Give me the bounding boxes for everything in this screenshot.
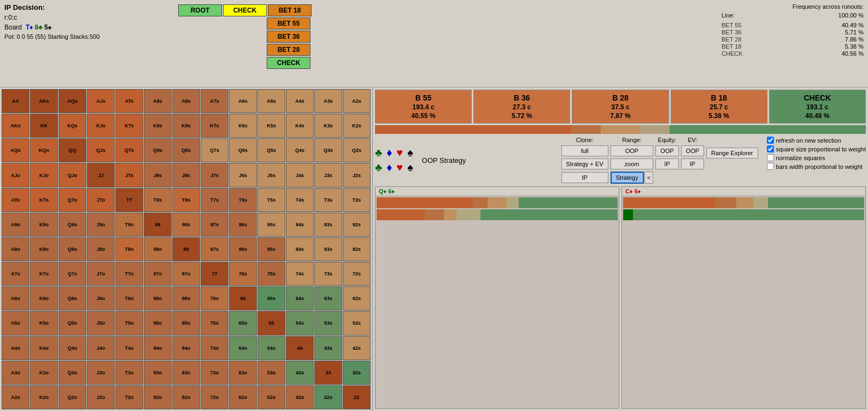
matrix-cell[interactable]: T9s — [144, 188, 172, 212]
matrix-cell[interactable]: 86s — [229, 237, 257, 261]
bet18-button[interactable]: BET 18 — [268, 4, 312, 16]
matrix-cell[interactable]: 52s — [343, 311, 371, 335]
matrix-cell[interactable]: KJo — [30, 163, 58, 187]
matrix-cell[interactable]: ATo — [2, 188, 30, 212]
matrix-cell[interactable]: 93o — [144, 361, 172, 385]
strategy-ev-button[interactable]: Strategy + EV — [561, 158, 608, 169]
matrix-cell[interactable]: A2o — [2, 385, 30, 409]
matrix-cell[interactable]: J6s — [229, 163, 257, 187]
matrix-cell[interactable]: 77 — [201, 262, 228, 286]
zoom-button[interactable]: zoom — [611, 158, 653, 169]
matrix-cell[interactable]: 96o — [144, 286, 172, 310]
check-button-bot[interactable]: CHECK — [267, 57, 310, 69]
ip-equity-button[interactable]: IP — [681, 158, 704, 169]
matrix-cell[interactable]: A7s — [201, 89, 228, 113]
matrix-cell[interactable]: K7s — [201, 114, 228, 138]
ip-range-button[interactable]: IP — [655, 158, 678, 169]
matrix-cell[interactable]: 88 — [172, 237, 200, 261]
checkbox-input[interactable] — [767, 137, 774, 144]
matrix-cell[interactable]: 22 — [343, 385, 371, 409]
oop-equity-button[interactable]: OOP — [655, 145, 678, 156]
matrix-cell[interactable]: 84s — [286, 237, 314, 261]
checkbox-input[interactable] — [767, 154, 774, 161]
matrix-cell[interactable]: 85s — [257, 237, 285, 261]
matrix-cell[interactable]: Q4s — [286, 138, 314, 162]
matrix-cell[interactable]: 65s — [257, 286, 285, 310]
matrix-cell[interactable]: T7s — [201, 188, 228, 212]
matrix-cell[interactable]: T3s — [314, 188, 342, 212]
matrix-cell[interactable]: 83o — [172, 361, 200, 385]
matrix-cell[interactable]: K9o — [30, 213, 58, 237]
club-icon-1[interactable]: ♣ — [375, 146, 382, 159]
matrix-cell[interactable]: 64s — [286, 286, 314, 310]
oop-range-button[interactable]: OOP — [611, 145, 653, 156]
matrix-cell[interactable]: T8o — [115, 237, 143, 261]
matrix-cell[interactable]: A3o — [2, 361, 30, 385]
matrix-cell[interactable]: 94s — [286, 213, 314, 237]
matrix-cell[interactable]: K8s — [172, 114, 200, 138]
matrix-cell[interactable]: Q9s — [144, 138, 172, 162]
matrix-cell[interactable]: 63o — [229, 361, 257, 385]
oop-ev-button[interactable]: OOP — [681, 145, 704, 156]
matrix-cell[interactable]: 32o — [314, 385, 342, 409]
matrix-cell[interactable]: 84o — [172, 336, 200, 360]
matrix-cell[interactable]: 62s — [343, 286, 371, 310]
matrix-cell[interactable]: A9o — [2, 213, 30, 237]
diamond-icon-2[interactable]: ♦ — [386, 161, 392, 174]
matrix-cell[interactable]: 76o — [201, 286, 228, 310]
matrix-cell[interactable]: T6o — [115, 286, 143, 310]
matrix-cell[interactable]: 75o — [201, 311, 228, 335]
matrix-cell[interactable]: 93s — [314, 213, 342, 237]
heart-icon-2[interactable]: ♥ — [396, 161, 403, 174]
matrix-cell[interactable]: 85o — [172, 311, 200, 335]
matrix-cell[interactable]: T9o — [115, 213, 143, 237]
matrix-cell[interactable]: 82o — [172, 385, 200, 409]
matrix-cell[interactable]: 95o — [144, 311, 172, 335]
matrix-cell[interactable]: AKo — [2, 114, 30, 138]
bet28-button[interactable]: BET 28 — [267, 44, 310, 56]
matrix-cell[interactable]: 74o — [201, 336, 228, 360]
matrix-cell[interactable]: 43o — [286, 361, 314, 385]
matrix-cell[interactable]: K4o — [30, 336, 58, 360]
bet36-button[interactable]: BET 36 — [267, 31, 310, 43]
matrix-cell[interactable]: 96s — [229, 213, 257, 237]
strategy-button[interactable]: Strategy — [611, 172, 644, 184]
matrix-cell[interactable]: K5o — [30, 311, 58, 335]
matrix-cell[interactable]: J9o — [87, 213, 115, 237]
matrix-cell[interactable]: 73o — [201, 361, 228, 385]
matrix-cell[interactable]: T5o — [115, 311, 143, 335]
matrix-cell[interactable]: JJ — [87, 163, 115, 187]
matrix-cell[interactable]: Q3o — [58, 361, 86, 385]
matrix-cell[interactable]: QJs — [87, 138, 115, 162]
matrix-cell[interactable]: A5o — [2, 311, 30, 335]
matrix-cell[interactable]: T7o — [115, 262, 143, 286]
full-button[interactable]: full — [561, 145, 608, 156]
matrix-cell[interactable]: 74s — [286, 262, 314, 286]
matrix-cell[interactable]: 92o — [144, 385, 172, 409]
matrix-cell[interactable]: 95s — [257, 213, 285, 237]
matrix-cell[interactable]: 87s — [201, 237, 228, 261]
matrix-cell[interactable]: KQs — [58, 114, 86, 138]
matrix-cell[interactable]: J3s — [314, 163, 342, 187]
matrix-cell[interactable]: QJo — [58, 163, 86, 187]
matrix-cell[interactable]: Q8s — [172, 138, 200, 162]
matrix-cell[interactable]: J5s — [257, 163, 285, 187]
matrix-cell[interactable]: Q6s — [229, 138, 257, 162]
matrix-cell[interactable]: ATs — [115, 89, 143, 113]
matrix-cell[interactable]: A9s — [144, 89, 172, 113]
matrix-cell[interactable]: 75s — [257, 262, 285, 286]
matrix-cell[interactable]: K9s — [144, 114, 172, 138]
matrix-cell[interactable]: 98s — [172, 213, 200, 237]
matrix-cell[interactable]: K3o — [30, 361, 58, 385]
matrix-cell[interactable]: AKs — [30, 89, 58, 113]
matrix-cell[interactable]: Q7s — [201, 138, 228, 162]
matrix-cell[interactable]: Q8o — [58, 237, 86, 261]
matrix-cell[interactable]: Q2o — [58, 385, 86, 409]
matrix-cell[interactable]: 73s — [314, 262, 342, 286]
matrix-cell[interactable]: KK — [30, 114, 58, 138]
matrix-cell[interactable]: Q5o — [58, 311, 86, 335]
matrix-cell[interactable]: TT — [115, 188, 143, 212]
matrix-cell[interactable]: JTo — [87, 188, 115, 212]
spade-icon-1[interactable]: ♠ — [407, 146, 413, 159]
matrix-cell[interactable]: T4o — [115, 336, 143, 360]
